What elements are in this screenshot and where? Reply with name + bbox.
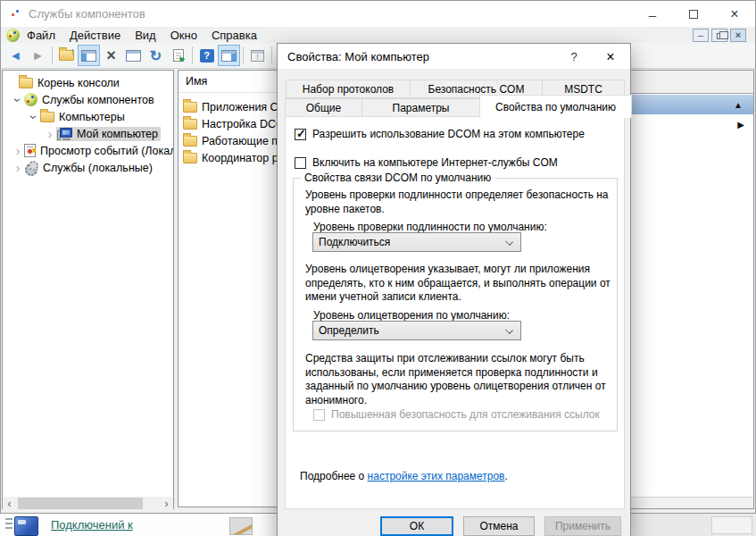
impersonation-description: Уровень олицетворения указывает, могут л…: [305, 263, 616, 305]
scrollbar-thumb[interactable]: [18, 498, 143, 509]
collapsed-chevron-icon[interactable]: ›: [12, 146, 24, 156]
list-item-label: Работающие пр: [202, 135, 284, 147]
tab-options[interactable]: Параметры: [361, 98, 480, 117]
forward-button[interactable]: ►: [27, 45, 49, 66]
horizontal-scrollbar[interactable]: ‹ ›: [3, 497, 173, 510]
mdi-restore-button[interactable]: [711, 29, 727, 42]
back-button[interactable]: ◄: [4, 45, 27, 66]
settings-help-link[interactable]: настройке этих параметров: [368, 470, 505, 482]
close-button[interactable]: ×: [714, 2, 755, 27]
show-actions-pane-button[interactable]: [218, 45, 240, 66]
reference-tracking-checkbox-row[interactable]: Повышенная безопасность для отслеживания…: [313, 408, 600, 421]
dialog-help-button[interactable]: ?: [563, 47, 585, 66]
background-inset-panel: [711, 516, 752, 534]
authentication-level-select[interactable]: Подключиться: [312, 232, 521, 252]
checkbox-checked-icon[interactable]: ✓: [295, 129, 306, 140]
tab-default-properties-active[interactable]: Свойства по умолчанию: [479, 95, 632, 118]
mdi-window-controls: – ×: [690, 29, 746, 42]
list-item-running-processes[interactable]: Работающие пр: [179, 132, 284, 149]
export-list-icon: ►: [173, 49, 184, 62]
collapse-section-icon[interactable]: ▲: [734, 100, 743, 110]
selected-tree-item[interactable]: Мой компьютер: [56, 127, 161, 141]
refresh-icon: ↻: [150, 47, 162, 64]
background-window-right: [631, 514, 756, 536]
close-icon: ×: [730, 6, 738, 22]
dialog-close-button[interactable]: ×: [597, 47, 624, 66]
toolbar-separator: [52, 46, 53, 64]
properties-icon: [126, 50, 141, 62]
list-item-dcom-config[interactable]: Настройка DCO: [179, 115, 285, 132]
enable-dcom-checkbox-row[interactable]: ✓ Разрешить использование DCOM на этом к…: [295, 128, 585, 140]
enable-cis-checkbox-row[interactable]: Включить на компьютере Интернет-службы C…: [295, 156, 558, 169]
folder-icon: [183, 102, 197, 113]
toolbar-separator: [271, 46, 272, 64]
list-item-label: Настройка DCO: [202, 118, 285, 130]
tree-item-computers[interactable]: › Компьютеры: [3, 108, 173, 125]
properties-dialog: Свойства: Мой компьютер ? × Набор проток…: [277, 43, 631, 536]
tab-default-protocols[interactable]: Набор протоколов: [286, 80, 411, 98]
computer-icon: [57, 128, 72, 140]
checkbox-disabled-icon: [313, 409, 325, 421]
tree-item-my-computer[interactable]: › Мой компьютер: [3, 125, 173, 142]
mdi-close-icon: ×: [735, 29, 741, 40]
menu-action[interactable]: Действие: [62, 28, 128, 43]
collapsed-chevron-icon[interactable]: ›: [44, 129, 56, 139]
chevron-down-icon: [505, 326, 513, 334]
export-list-button[interactable]: ►: [167, 45, 189, 66]
scroll-right-arrow[interactable]: ›: [160, 497, 173, 510]
menu-window[interactable]: Окно: [163, 28, 204, 43]
checkbox-unchecked-icon[interactable]: [295, 157, 306, 169]
tree-item-services[interactable]: › Службы (локальные): [3, 159, 173, 176]
delete-button[interactable]: ×: [100, 45, 122, 66]
cancel-button[interactable]: Отмена: [463, 516, 535, 536]
checkbox-label: Разрешить использование DCOM на этом ком…: [312, 128, 585, 140]
help-button[interactable]: ?: [195, 45, 218, 66]
authentication-description: Уровень проверки подлинности определяет …: [305, 188, 616, 216]
toolbar-separator: [192, 46, 193, 64]
actions-pane-footer: [631, 497, 753, 508]
actions-section-header[interactable]: ▲: [631, 95, 753, 114]
menu-file[interactable]: Файл: [20, 28, 62, 43]
actions-pane-icon: [221, 50, 237, 62]
tree-item-console-root[interactable]: Корень консоли: [3, 74, 173, 91]
show-console-tree-button[interactable]: [78, 45, 100, 66]
tree-item-component-services[interactable]: › Службы компонентов: [3, 91, 173, 108]
tree-item-label: Корень консоли: [37, 77, 120, 89]
dcom-communication-groupbox: Свойства связи DCOM по умолчанию Уровень…: [293, 178, 618, 431]
tree-item-label: Мой компьютер: [77, 128, 158, 140]
checkbox-label: Включить на компьютере Интернет-службы C…: [312, 156, 558, 169]
new-window-button[interactable]: ↑: [246, 45, 269, 66]
learn-more-suffix: .: [504, 470, 507, 482]
mdi-minimize-icon: –: [698, 29, 703, 40]
mdi-minimize-button[interactable]: –: [693, 29, 709, 42]
folder-icon: [183, 153, 197, 163]
mdi-close-button[interactable]: ×: [730, 29, 746, 42]
dialog-titlebar: Свойства: Мой компьютер ? ×: [278, 44, 630, 69]
mdi-restore-icon: [717, 33, 724, 39]
list-item-com-applications[interactable]: Приложения CO: [179, 98, 287, 115]
refresh-button[interactable]: ↻: [145, 45, 167, 66]
component-services-icon: [24, 93, 37, 106]
apply-button-disabled[interactable]: Применить: [544, 516, 621, 536]
expanded-chevron-icon[interactable]: ›: [12, 94, 23, 106]
tab-general[interactable]: Общие: [285, 98, 362, 117]
collapsed-chevron-icon[interactable]: ›: [12, 163, 24, 173]
expanded-chevron-icon[interactable]: ›: [29, 111, 39, 123]
folder-icon: [183, 119, 197, 130]
maximize-button[interactable]: [673, 2, 714, 27]
ok-button[interactable]: ОК: [380, 516, 453, 536]
connections-link[interactable]: Подключений к: [51, 518, 133, 532]
more-actions-icon[interactable]: ▶: [737, 120, 744, 130]
up-one-level-button[interactable]: ↑: [55, 45, 78, 66]
list-item-dtc[interactable]: Координатор ра: [179, 149, 285, 166]
properties-button[interactable]: [122, 45, 145, 66]
scroll-left-arrow[interactable]: ‹: [3, 497, 16, 510]
window-title: Службы компонентов: [29, 7, 145, 21]
folder-icon: [183, 136, 197, 147]
tree-item-label: Компьютеры: [59, 111, 125, 123]
menu-help[interactable]: Справка: [204, 28, 264, 43]
impersonation-level-select[interactable]: Определить: [312, 321, 521, 340]
menu-view[interactable]: Вид: [128, 28, 163, 43]
minimize-button[interactable]: –: [632, 2, 673, 27]
tree-item-event-viewer[interactable]: › Просмотр событий (Локал: [3, 142, 173, 159]
